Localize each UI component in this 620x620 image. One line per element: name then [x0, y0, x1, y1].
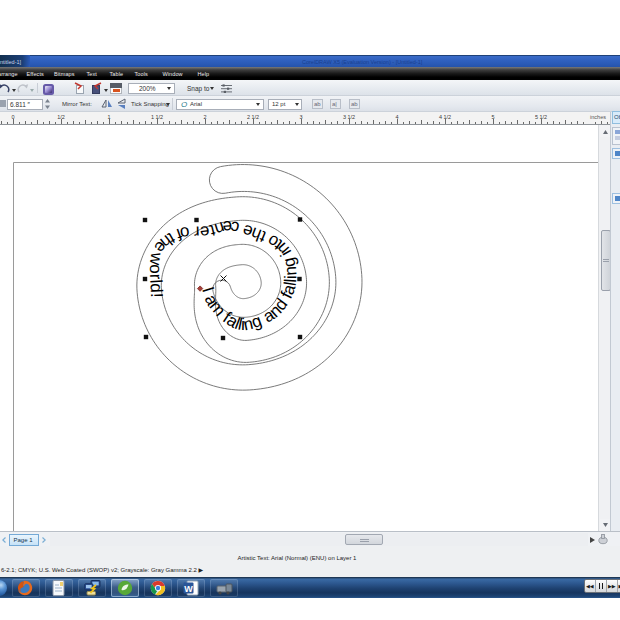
svg-text:W: W: [184, 583, 193, 593]
